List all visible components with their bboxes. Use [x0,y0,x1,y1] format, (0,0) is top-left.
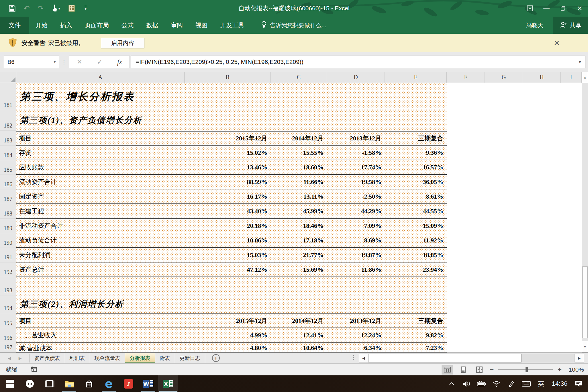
zoom-slider-handle[interactable] [526,367,528,372]
insert-function-icon[interactable]: fx [117,58,122,66]
cell-value[interactable]: 20.18% [185,219,271,233]
user-account[interactable]: 冯晓天 [526,17,553,34]
cell-label[interactable]: 项目 [16,132,185,145]
row-header-188[interactable]: 188 [0,204,16,219]
action-center-icon[interactable] [571,375,586,392]
vertical-scroll-thumb[interactable] [582,266,588,338]
task-view-icon[interactable] [40,375,59,392]
sheet-tab-分析报表[interactable]: 分析报表 [125,353,155,363]
sheet-prev-icon[interactable]: ◀ [8,356,11,360]
row-header-182[interactable]: 182 [0,110,16,131]
touch-keyboard-icon[interactable] [519,375,534,392]
vertical-scroll-track[interactable] [582,83,588,341]
cell-label[interactable]: 减:营业成本 [16,343,185,352]
ribbon-tab-页面布局[interactable]: 页面布局 [79,17,115,34]
cell-value[interactable]: 8.69% [327,233,385,247]
cell-value[interactable]: 23.94% [385,262,447,277]
row-header-184[interactable]: 184 [0,146,16,160]
cell-label[interactable]: 存货 [16,146,185,160]
cell-value[interactable]: 10.64% [271,343,327,352]
macro-record-icon[interactable] [30,366,38,373]
sheet-tab-现金流量表[interactable]: 现金流量表 [90,353,125,363]
enable-content-button[interactable]: 启用内容 [101,38,144,48]
cell-value[interactable]: 9.82% [385,328,447,342]
column-header-A[interactable]: A [16,72,185,83]
battery-icon[interactable] [474,375,489,392]
security-bar-close-icon[interactable]: ✕ [554,34,560,52]
edge-icon[interactable]: e [99,375,119,392]
cell-label[interactable]: 固定资产 [16,189,185,203]
share-button[interactable]: 共享 [553,17,588,34]
cell-value[interactable]: -2.50% [327,189,385,203]
ribbon-tab-审阅[interactable]: 审阅 [164,17,189,34]
formula-input[interactable]: =IF(MIN(E196,E203,E209)>0.25, 0.25, MIN(… [131,56,585,68]
cell-value[interactable]: 17.74% [327,160,385,174]
cell-value[interactable]: 44.29% [327,204,385,218]
cell-value[interactable]: 44.55% [385,204,447,218]
cell-value[interactable]: 43.40% [185,204,271,218]
row-header-181[interactable]: 181 [0,83,16,110]
cell-value[interactable]: 2013年12月 [327,132,385,145]
start-icon[interactable] [0,375,20,392]
name-box-dropdown-icon[interactable]: ▼ [53,60,59,64]
hidden-icons-chevron-icon[interactable] [444,375,459,392]
cell-value[interactable]: 18.46% [271,219,327,233]
cell-label[interactable]: 应收账款 [16,160,185,174]
scroll-right-icon[interactable]: ▶ [575,354,584,362]
cell-value[interactable]: 11.92% [385,233,447,247]
cell-value[interactable]: 16.57% [385,160,447,174]
ribbon-tab-插入[interactable]: 插入 [54,17,79,34]
row-header-192[interactable]: 192 [0,262,16,277]
normal-view-button[interactable] [442,365,453,375]
scroll-left-icon[interactable]: ◀ [359,354,368,362]
cell-value[interactable]: 18.85% [385,248,447,262]
confirm-entry-icon[interactable]: ✓ [97,58,102,66]
column-header-D[interactable]: D [327,72,385,83]
zoom-level[interactable]: 100% [566,366,584,373]
cell-value[interactable]: 2015年12月 [185,132,271,145]
cell-subtitle[interactable]: 第三项(2)、利润增长分析 [16,299,124,310]
sheet-tab-利润表[interactable]: 利润表 [65,353,90,363]
cell-value[interactable]: 16.17% [185,189,271,203]
cell-value[interactable]: -1.58% [327,146,385,160]
cell-value[interactable]: 2015年12月 [185,314,271,328]
ribbon-tab-视图[interactable]: 视图 [189,17,214,34]
cell-value[interactable]: 11.86% [327,262,385,277]
cell-value[interactable]: 21.77% [271,248,327,262]
scroll-down-icon[interactable]: ▼ [582,341,588,352]
zoom-slider[interactable] [498,369,553,370]
cell-value[interactable]: 2014年12月 [271,314,327,328]
column-header-G[interactable]: G [485,72,523,83]
column-header-B[interactable]: B [185,72,271,83]
ribbon-display-options-icon[interactable] [522,0,538,17]
row-header-187[interactable]: 187 [0,189,16,204]
row-header-189[interactable]: 189 [0,219,16,233]
cell-value[interactable]: 88.59% [185,175,271,189]
cell-value[interactable]: 13.11% [271,189,327,203]
cell-value[interactable]: 15.03% [185,248,271,262]
row-header-190[interactable]: 190 [0,233,16,248]
new-sheet-icon[interactable]: + [212,354,220,362]
cell-value[interactable]: 19.58% [327,175,385,189]
cell-label[interactable]: 未分配利润 [16,248,185,262]
formula-bar-resize-handle[interactable]: ⋮ [59,59,69,65]
cell-value[interactable]: 15.55% [271,146,327,160]
cell-value[interactable]: 2013年12月 [327,314,385,328]
cell-label[interactable]: 项目 [16,314,185,328]
sheet-tab-更新日志[interactable]: 更新日志 [175,353,205,363]
restore-icon[interactable] [555,0,571,17]
cell-value[interactable]: 19.87% [327,248,385,262]
ribbon-tab-开始[interactable]: 开始 [29,17,54,34]
cell-value[interactable]: 15.02% [185,146,271,160]
scroll-up-icon[interactable]: ▲ [582,72,588,83]
cell-label[interactable]: 一、营业收入 [16,328,185,342]
row-header-186[interactable]: 186 [0,175,16,189]
ribbon-tab-文件[interactable]: 文件 [0,17,29,34]
cell-value[interactable]: 15.69% [271,262,327,277]
horizontal-scroll-track[interactable] [522,354,575,362]
cell-value[interactable]: 三期复合 [385,314,447,328]
cell-value[interactable]: 7.09% [327,219,385,233]
sheet-tab-资产负债表[interactable]: 资产负债表 [30,353,65,363]
cell-value[interactable]: 45.99% [271,204,327,218]
zoom-out-icon[interactable]: − [490,365,494,374]
